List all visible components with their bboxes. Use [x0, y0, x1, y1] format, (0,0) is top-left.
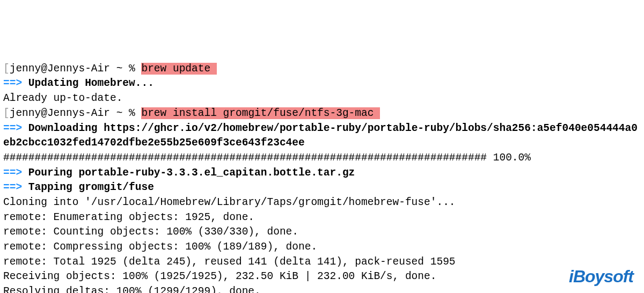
- terminal-text: remote: Counting objects: 100% (330/330)…: [3, 226, 298, 238]
- terminal-output[interactable]: [jenny@Jennys-Air ~ % brew update ==> Up…: [3, 62, 641, 293]
- terminal-line: remote: Compressing objects: 100% (189/1…: [3, 240, 641, 255]
- terminal-line: Receiving objects: 100% (1925/1925), 232…: [3, 269, 641, 284]
- brew-heading: Tapping gromgit/fuse: [22, 181, 154, 193]
- brew-heading: Updating Homebrew...: [22, 77, 154, 89]
- terminal-text: Already up-to-date.: [3, 92, 122, 104]
- terminal-text: remote: Compressing objects: 100% (189/1…: [3, 241, 317, 253]
- terminal-line: ########################################…: [3, 151, 641, 166]
- brew-arrow-icon: ==>: [3, 122, 22, 134]
- brew-arrow-icon: ==>: [3, 181, 22, 193]
- terminal-line: remote: Total 1925 (delta 245), reused 1…: [3, 255, 641, 270]
- terminal-line: ==> Pouring portable-ruby-3.3.3.el_capit…: [3, 166, 641, 181]
- terminal-text: remote: Total 1925 (delta 245), reused 1…: [3, 256, 456, 268]
- brew-arrow-icon: ==>: [3, 77, 22, 89]
- terminal-line: ==> Updating Homebrew...: [3, 76, 641, 91]
- terminal-line: remote: Enumerating objects: 1925, done.: [3, 210, 641, 225]
- terminal-text: ########################################…: [3, 152, 531, 164]
- prompt-bracket: [: [3, 107, 10, 119]
- terminal-text: Receiving objects: 100% (1925/1925), 232…: [3, 270, 436, 282]
- watermark-logo: iBoysoft: [569, 265, 633, 289]
- terminal-text: Resolving deltas: 100% (1299/1299), done…: [3, 285, 261, 293]
- brew-heading: Downloading https://ghcr.io/v2/homebrew/…: [3, 122, 638, 149]
- terminal-text: Cloning into '/usr/local/Homebrew/Librar…: [3, 196, 456, 208]
- terminal-line: remote: Counting objects: 100% (330/330)…: [3, 225, 641, 240]
- terminal-line: Already up-to-date.: [3, 91, 641, 106]
- terminal-line: [jenny@Jennys-Air ~ % brew install gromg…: [3, 106, 641, 121]
- brew-arrow-icon: ==>: [3, 167, 22, 179]
- terminal-line: Resolving deltas: 100% (1299/1299), done…: [3, 284, 641, 293]
- terminal-line: [jenny@Jennys-Air ~ % brew update: [3, 62, 641, 77]
- command-highlight: brew update: [141, 63, 216, 75]
- terminal-line: ==> Tapping gromgit/fuse: [3, 180, 641, 195]
- terminal-line: Cloning into '/usr/local/Homebrew/Librar…: [3, 195, 641, 210]
- command-highlight: brew install gromgit/fuse/ntfs-3g-mac: [141, 107, 380, 119]
- shell-prompt: jenny@Jennys-Air ~ %: [10, 107, 142, 119]
- brew-heading: Pouring portable-ruby-3.3.3.el_capitan.b…: [22, 167, 355, 179]
- prompt-bracket: [: [3, 63, 10, 75]
- terminal-line: ==> Downloading https://ghcr.io/v2/homeb…: [3, 121, 641, 151]
- shell-prompt: jenny@Jennys-Air ~ %: [10, 63, 142, 75]
- terminal-text: remote: Enumerating objects: 1925, done.: [3, 211, 254, 223]
